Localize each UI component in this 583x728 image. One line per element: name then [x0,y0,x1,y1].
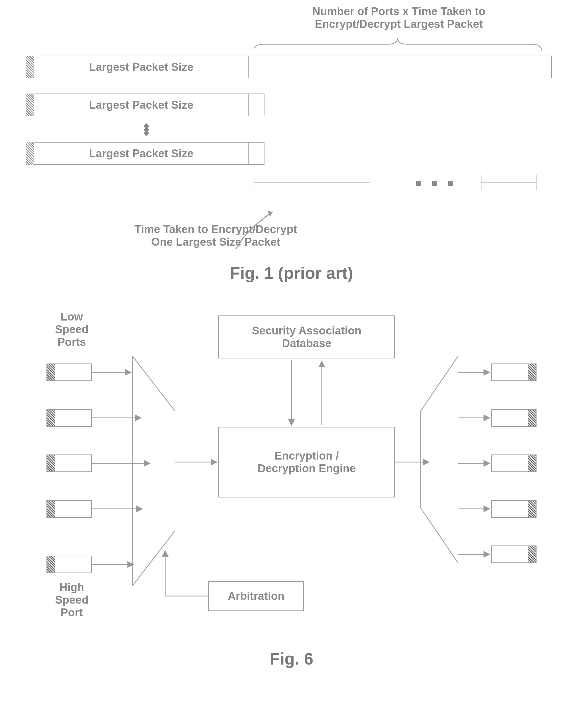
bar-cap-hatch [26,142,34,165]
brace-top [254,38,542,51]
bar-label: Largest Packet Size [34,142,249,165]
figure-1: Number of Ports x Time Taken to Encrypt/… [26,10,557,283]
figure-6-caption: Fig. 6 [10,649,573,668]
bar-row: Largest Packet Size [26,56,557,78]
top-annotation-line2: Encrypt/Decrypt Largest Packet [315,18,483,30]
bar-extension [248,94,265,116]
bar-extension [248,56,552,78]
bar-cap-hatch [26,94,34,116]
bar-row: Largest Packet Size [26,142,557,165]
svg-marker-0 [268,211,273,217]
bar-extension [248,142,265,165]
bar-label: Largest Packet Size [34,56,249,78]
horizontal-ellipsis: ■ ■ ■ [415,178,457,189]
bar-row: Largest Packet Size [26,94,557,116]
vertical-ellipsis: ◆◆◆ [142,124,150,134]
top-annotation-line1: Number of Ports x Time Taken to [312,5,485,18]
connectors [26,313,557,642]
bar-rows: Largest Packet Size Largest Packet Size … [26,10,557,165]
curved-arrow [233,207,279,250]
bar-label: Largest Packet Size [34,94,249,116]
top-annotation: Number of Ports x Time Taken to Encrypt/… [254,5,544,30]
bar-cap-hatch [26,56,34,78]
bottom-annotation: Time Taken to Encrypt/Decrypt One Larges… [115,223,317,248]
figure-6: Low Speed Ports High Speed Port Security… [26,313,557,642]
time-axis: ■ ■ ■ [254,175,542,195]
figure-1-caption: Fig. 1 (prior art) [26,263,557,283]
